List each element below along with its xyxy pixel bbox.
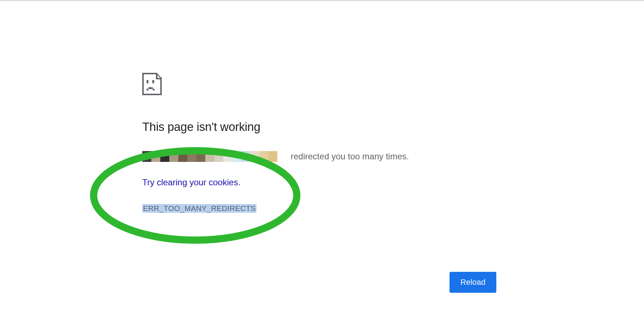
svg-rect-9 — [147, 80, 148, 83]
pixel-block — [178, 151, 187, 162]
pixel-block — [196, 151, 205, 162]
error-code: ERR_TOO_MANY_REDIRECTS — [142, 204, 256, 213]
svg-rect-5 — [156, 78, 162, 79]
svg-rect-7 — [159, 76, 160, 77]
pixel-block — [268, 151, 277, 162]
clear-cookies-link[interactable]: Try clearing your cookies — [142, 177, 238, 187]
pixel-block — [151, 151, 160, 162]
svg-rect-13 — [153, 89, 155, 90]
pixel-block — [232, 151, 241, 162]
pixel-block — [169, 151, 178, 162]
svg-rect-10 — [152, 80, 154, 83]
svg-rect-6 — [157, 74, 159, 76]
suggestion-period: . — [238, 177, 241, 187]
pixel-block — [205, 151, 214, 162]
sad-file-icon — [142, 73, 502, 97]
svg-rect-0 — [142, 73, 156, 74]
redacted-domain — [142, 151, 286, 162]
svg-rect-8 — [160, 77, 162, 78]
svg-rect-4 — [156, 73, 157, 78]
svg-rect-12 — [148, 87, 153, 89]
pixel-block — [259, 151, 268, 162]
error-message: redirected you too many times. — [142, 150, 502, 163]
svg-rect-2 — [142, 94, 162, 95]
pixel-block — [250, 151, 259, 162]
error-container: This page isn't working redirected you t… — [142, 73, 502, 213]
pixel-block — [142, 151, 151, 162]
pixel-block — [277, 151, 286, 162]
svg-rect-1 — [142, 73, 144, 95]
suggestion-row: Try clearing your cookies. — [142, 177, 502, 202]
reload-button[interactable]: Reload — [450, 272, 496, 293]
svg-rect-11 — [147, 89, 148, 90]
pixel-block — [160, 151, 169, 162]
pixel-block — [223, 151, 232, 162]
pixel-block — [241, 151, 250, 162]
pixel-block — [214, 151, 223, 162]
svg-rect-3 — [160, 78, 162, 95]
pixel-block — [187, 151, 196, 162]
error-title: This page isn't working — [142, 120, 502, 134]
error-message-text: redirected you too many times. — [291, 150, 409, 163]
